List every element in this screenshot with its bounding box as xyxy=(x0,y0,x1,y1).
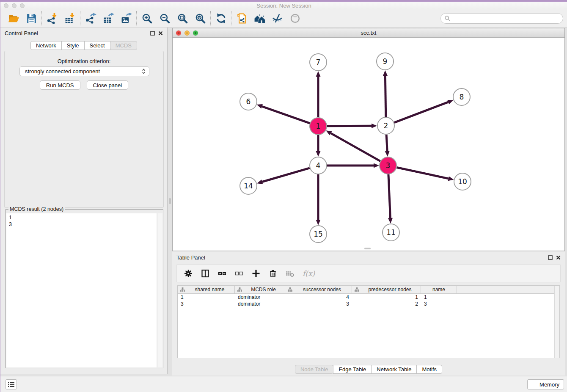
graph-node-10[interactable]: 10 xyxy=(454,173,471,190)
delete-table-button[interactable] xyxy=(286,268,294,279)
run-mcds-button[interactable]: Run MCDS xyxy=(40,80,80,90)
table-cell[interactable]: 1 xyxy=(421,294,457,301)
export-image-button[interactable] xyxy=(117,11,135,26)
table-settings-button[interactable] xyxy=(184,268,193,279)
close-panel-icon[interactable] xyxy=(158,31,163,36)
table-cell[interactable]: dominator xyxy=(235,301,285,307)
search-box[interactable] xyxy=(440,13,563,24)
criterion-select[interactable]: strongly connected component xyxy=(19,66,149,76)
show-all-button[interactable] xyxy=(286,11,304,26)
tab-node-table[interactable]: Node Table xyxy=(295,365,334,374)
close-panel-button[interactable]: Close panel xyxy=(87,80,129,90)
network-graph-canvas[interactable]: 1234678910111415 xyxy=(173,38,564,251)
open-session-button[interactable] xyxy=(5,11,22,26)
tab-motifs[interactable]: Motifs xyxy=(416,365,442,374)
table-cell[interactable]: 3 xyxy=(178,301,235,307)
tab-select[interactable]: Select xyxy=(84,41,110,50)
function-builder-button[interactable]: f(x) xyxy=(303,268,315,279)
edge-1-2[interactable] xyxy=(327,124,377,128)
edge-arrowhead xyxy=(257,179,263,184)
tab-edge-table[interactable]: Edge Table xyxy=(333,365,372,374)
graph-node-9[interactable]: 9 xyxy=(377,53,394,70)
edge-3-11[interactable] xyxy=(388,174,393,224)
refresh-layout-button[interactable] xyxy=(212,11,230,26)
table-cell[interactable]: 2 xyxy=(352,301,421,307)
tab-style[interactable]: Style xyxy=(61,41,85,50)
add-row-button[interactable] xyxy=(252,268,260,279)
column-header-shared-name[interactable]: shared name xyxy=(178,286,235,293)
column-header-predecessor-nodes[interactable]: predecessor nodes xyxy=(352,286,421,293)
graph-node-7[interactable]: 7 xyxy=(310,54,327,71)
graph-node-6[interactable]: 6 xyxy=(240,93,257,110)
edge-3-10[interactable] xyxy=(397,167,454,181)
table-cell[interactable]: 1 xyxy=(178,294,235,301)
edge-4-3[interactable] xyxy=(327,163,379,168)
graph-node-14[interactable]: 14 xyxy=(240,177,257,194)
edge-2-8[interactable] xyxy=(394,100,454,123)
tab-network[interactable]: Network xyxy=(30,41,62,50)
table-scrollbar[interactable] xyxy=(554,286,559,358)
column-header-successor-nodes[interactable]: successor nodes xyxy=(285,286,352,293)
table-row[interactable]: 3dominator323 xyxy=(178,301,559,307)
network-share-button[interactable] xyxy=(233,11,250,26)
graph-node-1[interactable]: 1 xyxy=(310,118,327,135)
export-network-button[interactable] xyxy=(82,11,99,26)
hide-selected-button[interactable] xyxy=(268,11,286,26)
zoom-fit-button[interactable] xyxy=(173,11,191,26)
edge-1-7[interactable] xyxy=(316,71,321,117)
table-row[interactable]: 1dominator411 xyxy=(178,294,559,301)
tab-mcds[interactable]: MCDS xyxy=(110,41,137,50)
delete-row-button[interactable] xyxy=(269,268,277,279)
export-network-icon xyxy=(85,13,96,24)
graph-node-4[interactable]: 4 xyxy=(310,157,327,174)
edge-1-4[interactable] xyxy=(316,135,321,157)
mcds-result-scrollbar[interactable] xyxy=(157,213,162,367)
column-header-mcds-role[interactable]: MCDS role xyxy=(235,286,285,293)
select-all-rows-button[interactable] xyxy=(218,268,226,279)
network-window-titlebar[interactable]: scc.txt xyxy=(173,28,564,38)
float-table-panel-icon[interactable] xyxy=(548,255,553,260)
edge-1-6[interactable] xyxy=(257,104,310,123)
graph-node-11[interactable]: 11 xyxy=(383,224,399,241)
vertical-splitter-handle[interactable] xyxy=(169,198,171,204)
memory-button[interactable]: Memory xyxy=(527,379,564,389)
zoom-out-button[interactable] xyxy=(156,11,173,26)
toggle-columns-button[interactable] xyxy=(201,268,209,279)
deselect-all-rows-button[interactable] xyxy=(235,268,243,279)
mcds-result-item[interactable]: 3 xyxy=(9,221,154,228)
first-neighbors-button[interactable] xyxy=(250,11,268,26)
export-table-button[interactable] xyxy=(99,11,117,26)
mcds-result-item[interactable]: 1 xyxy=(9,214,154,221)
graph-node-15[interactable]: 15 xyxy=(310,226,327,243)
edge-4-15[interactable] xyxy=(316,174,321,225)
graph-node-8[interactable]: 8 xyxy=(453,88,470,105)
edge-2-9[interactable] xyxy=(383,70,388,117)
close-table-panel-icon[interactable] xyxy=(556,255,561,260)
os-titlebar[interactable]: Session: New Session xyxy=(0,2,567,9)
edge-3-1[interactable] xyxy=(326,130,380,161)
edge-2-3[interactable] xyxy=(385,135,390,157)
zoom-selected-button[interactable] xyxy=(191,11,209,26)
task-history-button[interactable] xyxy=(6,379,17,389)
zoom-in-button[interactable] xyxy=(138,11,156,26)
edge-arrowhead xyxy=(383,70,388,76)
search-input[interactable] xyxy=(452,15,559,22)
graph-node-3[interactable]: 3 xyxy=(380,157,396,174)
float-panel-icon[interactable] xyxy=(150,31,155,36)
table-cell[interactable]: 3 xyxy=(421,301,457,307)
table-cell[interactable]: dominator xyxy=(235,294,285,301)
import-table-button[interactable] xyxy=(61,11,79,26)
table-cell[interactable]: 1 xyxy=(352,294,421,301)
column-header-name[interactable]: name xyxy=(421,286,457,293)
tab-network-table[interactable]: Network Table xyxy=(371,365,417,374)
edge-4-14[interactable] xyxy=(257,168,310,184)
save-session-button[interactable] xyxy=(22,11,40,26)
plus-icon xyxy=(252,269,260,278)
mcds-result-list[interactable]: 13 xyxy=(6,213,157,367)
show-all-eye-icon xyxy=(289,13,301,24)
table-cell[interactable]: 3 xyxy=(285,301,352,307)
table-cell[interactable]: 4 xyxy=(285,294,352,301)
import-network-button[interactable] xyxy=(43,11,61,26)
horizontal-splitter-handle[interactable] xyxy=(364,248,371,249)
graph-node-2[interactable]: 2 xyxy=(377,117,394,134)
